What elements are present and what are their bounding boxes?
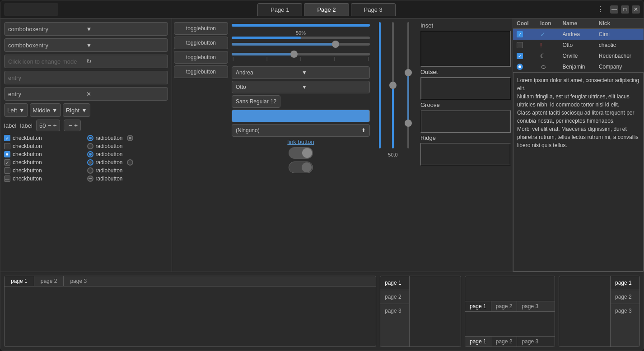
radio-item-3[interactable]: radiobutton [87,151,168,157]
nb1-tab-1[interactable]: page 1 [5,276,34,286]
nb2-tab-2[interactable]: page 2 [380,290,409,304]
check-mark-4: ✓ [5,160,9,165]
row4-icon: ☺ [537,61,559,72]
middle-dropdown[interactable]: Middle ▼ [30,103,61,117]
entry2[interactable]: entry ✕ [4,87,168,101]
close-button[interactable]: ✕ [632,5,640,14]
table-row-3[interactable]: ✓ ☾ Orville Redenbacher [513,51,644,61]
maximize-button[interactable]: □ [621,5,629,14]
table-row-1[interactable]: ✓ ✓ Andrea Cimi [513,29,644,40]
check-item-3[interactable]: ■ checkbutton [4,151,85,157]
radio-item-1[interactable]: radiobutton [87,135,168,141]
tab-page1[interactable]: Page 1 [257,3,302,16]
mode-icon[interactable]: ↻ [86,58,164,65]
radio-item-6[interactable]: radiobutton [87,176,168,182]
nb3-btab-1[interactable]: page 1 [465,337,491,346]
nb3-btab-2[interactable]: page 2 [491,337,518,346]
checkbox-1[interactable]: ✓ [4,135,10,141]
radio-extra-4[interactable] [127,159,133,166]
spin2-up[interactable]: + [74,122,78,129]
radio-item-2[interactable]: radiobutton [87,143,168,149]
font-row: Sans Regular 12 [232,95,370,108]
check-item-2[interactable]: checkbutton [4,143,85,149]
checkbox-label-3: checkbutton [13,151,42,157]
radio-4[interactable] [87,159,93,166]
table-row-4[interactable]: ☺ Benjamin Company [513,61,644,72]
switch-1[interactable] [289,147,313,159]
hslider3-knob[interactable] [332,41,339,48]
toggle-btn-2[interactable]: togglebutton [174,37,228,49]
combo2[interactable]: comboboxentry ▼ [4,38,168,52]
checkbox-2[interactable] [4,143,10,149]
toggle-btn-4[interactable]: togglebutton [174,65,228,78]
checkbox-3[interactable]: ■ [4,151,10,157]
radio-label-4: radiobutton [96,159,123,166]
nb4-tab-2[interactable]: page 2 [611,290,639,304]
nb1-tab-2[interactable]: page 2 [34,276,64,286]
spin2-down[interactable]: − [69,122,72,129]
nb3-tab-3[interactable]: page 3 [517,301,543,311]
radio-5[interactable] [87,167,93,174]
spinbox1[interactable]: 50 − + [36,120,60,131]
hslider1-fill [232,24,370,27]
table-row-2[interactable]: ! Otto chaotic [513,40,644,51]
radio-item-5[interactable]: radiobutton [87,167,168,174]
radio-item-4[interactable]: radiobutton [87,159,168,166]
link-button[interactable]: link button [232,139,370,145]
radio-1[interactable] [87,135,93,141]
text-area[interactable]: Lorem ipsum dolor sit amet, consectetur … [513,72,644,272]
menu-button[interactable]: ⋮ [595,5,606,14]
radio-label-1: radiobutton [96,135,123,141]
check-item-4[interactable]: ✓ checkbutton [4,159,85,166]
check-mark-3: ■ [6,152,8,157]
minimize-button[interactable]: — [610,5,618,14]
spin-up[interactable]: + [53,122,57,129]
vslider2-knob [389,82,397,89]
check-item-6[interactable]: — checkbutton [4,176,85,182]
check-item-1[interactable]: ✓ checkbutton [4,135,85,141]
nb2-tab-3[interactable]: page 3 [380,304,409,318]
entry1[interactable]: entry [4,71,168,84]
checkbox-6[interactable]: — [4,176,10,182]
nb4-tab-1[interactable]: page 1 [611,276,639,290]
font-chooser[interactable]: Sans Regular 12 [232,95,280,108]
spinbox2[interactable]: − + [64,120,81,131]
clear-button[interactable]: ✕ [86,91,164,97]
file-chooser[interactable]: (Ninguno) ⬆ [232,124,370,137]
tab-page2[interactable]: Page 2 [304,3,349,16]
toggle-btn-3[interactable]: togglebutton [174,51,228,64]
check-item-5[interactable]: checkbutton [4,167,85,174]
checkbox-4[interactable]: ✓ [4,159,10,166]
spin-down[interactable]: − [47,122,51,129]
checkbox-5[interactable] [4,167,10,174]
nb3-tab-2[interactable]: page 2 [491,301,518,311]
dropdown-otto[interactable]: Otto ▼ [232,81,370,93]
radio-6[interactable] [87,176,93,182]
vslider1[interactable] [375,22,384,148]
vslider3[interactable] [401,22,415,148]
nb2-tab-1[interactable]: page 1 [380,276,409,290]
radio-fill-4 [89,161,92,164]
data-table: Cool Icon Name Nick ✓ ✓ Andrea Cimi [513,18,644,72]
radio-2[interactable] [87,143,93,149]
nb3-btab-3[interactable]: page 3 [517,337,543,346]
left-dropdown[interactable]: Left ▼ [4,103,28,117]
entry-mode[interactable]: Click icon to change mode ↻ [4,55,168,68]
center-panel: togglebutton togglebutton togglebutton t… [172,18,513,272]
radio-extra-1[interactable] [127,135,133,141]
radio-3[interactable] [87,151,93,157]
dropdown-andrea[interactable]: Andrea ▼ [232,66,370,79]
nb3-body [465,276,555,301]
hslider4-knob[interactable] [290,51,298,58]
nb3-tab-1[interactable]: page 1 [465,301,491,311]
switch-2[interactable] [289,162,313,173]
tab-page3[interactable]: Page 3 [351,3,396,16]
nb4-tab-3[interactable]: page 3 [611,304,639,318]
toggle-btn-1[interactable]: togglebutton [174,22,228,35]
file-icon: ⬆ [361,127,366,134]
color-button[interactable] [232,110,370,122]
nb1-tab-3[interactable]: page 3 [64,276,93,286]
right-dropdown[interactable]: Right ▼ [63,103,90,117]
combo1[interactable]: comboboxentry ▼ [4,22,168,36]
vslider2[interactable]: 50,0 [386,22,400,148]
